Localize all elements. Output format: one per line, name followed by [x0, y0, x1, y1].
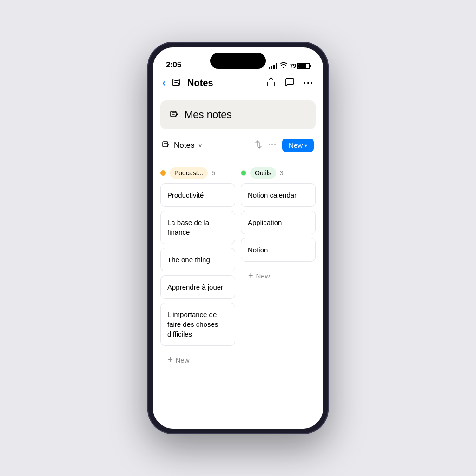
- nav-right: ···: [266, 77, 314, 89]
- card-text: Notion: [248, 246, 268, 254]
- new-button-label: New: [289, 141, 303, 149]
- card-text: Productivité: [167, 191, 204, 199]
- card-text: Apprendre à jouer: [167, 283, 223, 291]
- card-productivite[interactable]: Productivité: [160, 183, 235, 207]
- back-button[interactable]: ‹: [162, 76, 166, 89]
- header-title: Mes notes: [185, 109, 232, 121]
- share-button[interactable]: [266, 77, 276, 89]
- card-apprendre[interactable]: Apprendre à jouer: [160, 275, 235, 299]
- card-importance[interactable]: L'importance de faire des choses diffici…: [160, 303, 235, 346]
- card-application[interactable]: Application: [241, 211, 316, 234]
- more-button[interactable]: ···: [303, 78, 314, 88]
- card-text: La base de la finance: [167, 218, 209, 236]
- add-new-outils[interactable]: + New: [241, 265, 316, 281]
- battery-percent: 79: [290, 63, 296, 69]
- add-new-plus-icon: +: [168, 355, 173, 365]
- new-button[interactable]: New ▾: [282, 139, 314, 152]
- card-finance[interactable]: La base de la finance: [160, 211, 235, 244]
- sort-button[interactable]: [254, 140, 263, 151]
- nav-title: Notes: [187, 78, 213, 88]
- column-header-podcast: Podcast... 5: [160, 167, 235, 178]
- signal-icon: [269, 63, 277, 69]
- card-notion-calendar[interactable]: Notion calendar: [241, 183, 316, 207]
- nav-bar: ‹ Notes: [153, 73, 323, 95]
- kanban-column-outils: Outils 3 Notion calendar Application Not…: [241, 167, 316, 365]
- card-notion[interactable]: Notion: [241, 238, 316, 262]
- sort-icon: [254, 140, 263, 149]
- add-new-podcast[interactable]: + New: [160, 350, 235, 365]
- svg-rect-0: [173, 79, 179, 86]
- svg-rect-1: [171, 111, 176, 117]
- podcast-dot: [160, 170, 166, 176]
- toolbar-left: Notes ∨: [162, 141, 203, 150]
- kanban-container: Podcast... 5 Productivité La base de la …: [153, 158, 323, 365]
- toolbar-notes-title: Notes: [174, 141, 194, 150]
- phone-frame: 2:05 79: [147, 42, 329, 434]
- add-new-plus-icon: +: [248, 271, 253, 281]
- status-icons: 79: [269, 62, 310, 70]
- header-section: Mes notes: [160, 100, 316, 129]
- outils-label[interactable]: Outils: [250, 167, 276, 178]
- nav-left: ‹ Notes: [162, 76, 213, 89]
- card-one-thing[interactable]: The one thing: [160, 248, 235, 271]
- toolbar-edit-icon: [162, 141, 170, 149]
- card-text: The one thing: [167, 256, 210, 264]
- new-button-chevron: ▾: [304, 142, 307, 149]
- card-text: Notion calendar: [248, 191, 297, 199]
- outils-count: 3: [280, 169, 284, 177]
- outils-dot: [241, 170, 246, 176]
- battery-icon: 79: [290, 63, 310, 69]
- card-text: L'importance de faire des choses diffici…: [167, 311, 218, 338]
- add-new-label: New: [256, 272, 270, 280]
- toolbar: Notes ∨ ··· New ▾: [153, 135, 323, 158]
- status-time: 2:05: [166, 60, 181, 70]
- kanban-column-podcast: Podcast... 5 Productivité La base de la …: [160, 167, 235, 365]
- comment-icon: [284, 77, 295, 87]
- content-area: Mes notes Notes ∨: [153, 95, 323, 429]
- svg-rect-2: [163, 142, 168, 147]
- header-edit-icon: [170, 110, 179, 119]
- dynamic-island: [210, 53, 266, 69]
- toolbar-right: ··· New ▾: [254, 139, 314, 152]
- podcast-label[interactable]: Podcast...: [170, 167, 208, 178]
- add-new-label: New: [176, 356, 190, 364]
- column-header-outils: Outils 3: [241, 167, 316, 178]
- wifi-icon: [280, 62, 287, 70]
- toolbar-chevron-icon[interactable]: ∨: [198, 142, 203, 149]
- phone-screen: 2:05 79: [153, 47, 323, 429]
- edit-icon[interactable]: [172, 78, 182, 88]
- more-options-button[interactable]: ···: [268, 140, 277, 150]
- card-text: Application: [248, 218, 282, 226]
- share-icon: [266, 77, 276, 87]
- comment-button[interactable]: [284, 77, 295, 89]
- podcast-count: 5: [212, 169, 215, 177]
